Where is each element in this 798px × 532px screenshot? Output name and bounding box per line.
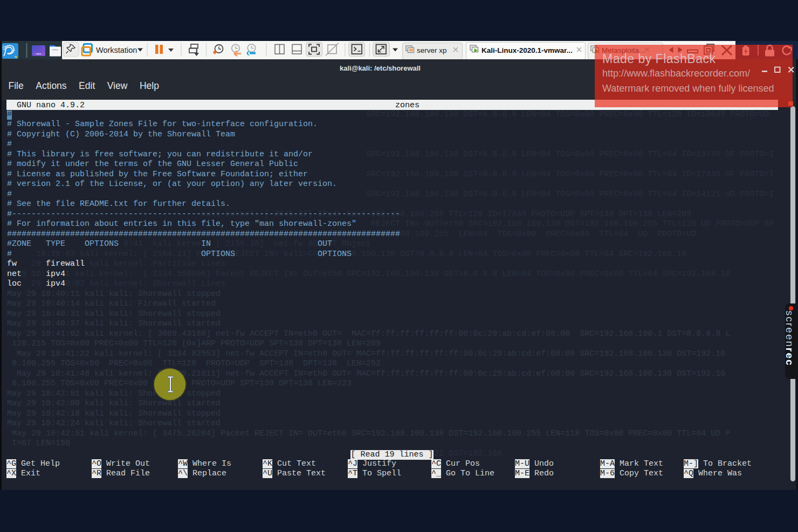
svg-text:Workstation: Workstation (96, 46, 137, 54)
svg-text:Kali-Linux-2020.1-vmwar...: Kali-Linux-2020.1-vmwar... (481, 46, 573, 54)
svg-text:server xp: server xp (417, 46, 447, 54)
